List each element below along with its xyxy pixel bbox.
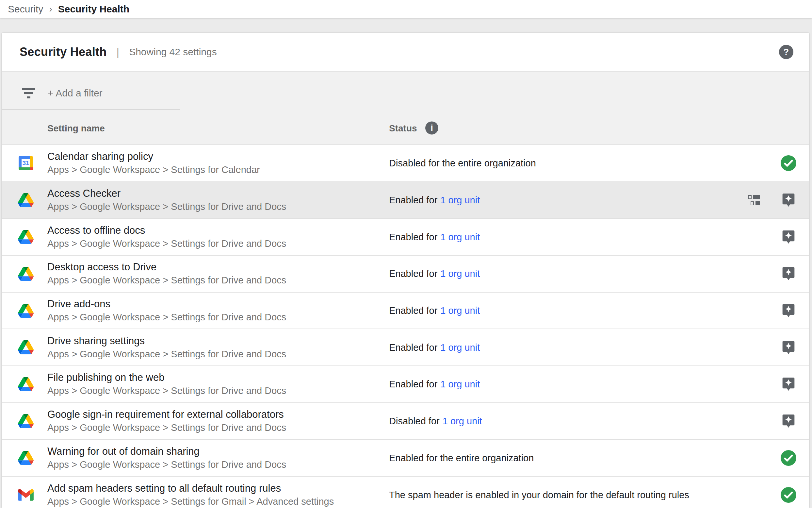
setting-path: Apps > Google Workspace > Settings for D… [47,384,286,397]
breadcrumb-current-page: Security Health [58,4,129,15]
org-unit-link[interactable]: 1 org unit [440,195,480,205]
setting-title[interactable]: Drive add-ons [47,297,286,310]
table-row[interactable]: 31 Drive sharing settings App [2,329,809,366]
setting-path: Apps > Google Workspace > Settings for D… [47,310,286,324]
setting-path: Apps > Google Workspace > Settings for G… [47,495,334,508]
recommendation-flag-icon[interactable] [782,303,795,318]
status-cell: Enabled for the entire organization [389,453,534,463]
breadcrumb: Security › Security Health [0,0,812,18]
google-drive-icon [18,230,34,244]
settings-table-body: 31 Calendar sharing policy Ap [2,145,809,508]
setting-cell: Calendar sharing policy Apps > Google Wo… [47,150,260,176]
table-row[interactable]: 31 Warning for out of domain sharin [2,440,809,477]
table-row[interactable]: 31 Google sign-in requirement for e [2,403,809,440]
recommendation-flag-icon[interactable] [782,230,795,244]
card-header: Security Health | Showing 42 settings ? [2,33,809,71]
recommendation-flag-icon[interactable] [782,414,795,428]
google-drive-icon [18,193,34,207]
app-icon-slot: 31 [18,155,34,171]
setting-title[interactable]: Warning for out of domain sharing [47,445,286,458]
settings-count: Showing 42 settings [129,46,217,57]
setting-title[interactable]: Desktop access to Drive [47,260,286,273]
breadcrumb-security-link[interactable]: Security [8,4,43,15]
recommendation-flag-icon[interactable] [782,377,795,391]
setting-title[interactable]: Google sign-in requirement for external … [47,408,286,421]
add-filter-button[interactable]: + Add a filter [48,88,103,99]
google-drive-icon [18,304,34,318]
success-check-icon [780,487,797,503]
status-cell: Enabled for1 org unit [389,305,480,316]
setting-path: Apps > Google Workspace > Settings for D… [47,237,286,250]
org-unit-link[interactable]: 1 org unit [440,342,480,352]
setting-path: Apps > Google Workspace > Settings for D… [47,273,286,287]
org-unit-link[interactable]: 1 org unit [440,268,480,279]
status-text: Enabled for the entire organization [389,453,534,463]
table-row[interactable]: 31 Drive add-ons Apps > Googl [2,293,809,330]
recommendation-flag-icon[interactable] [782,266,795,281]
status-text: Enabled for [389,195,437,205]
status-info-icon[interactable]: i [425,121,438,134]
table-row[interactable]: 31 Calendar sharing policy Ap [2,145,809,182]
status-badge-slot [782,266,795,281]
app-icon-slot: 31 [18,192,34,208]
table-row[interactable]: 31 Desktop access to Drive Ap [2,256,809,293]
success-check-icon [780,450,797,466]
status-column-header: Status [389,123,417,134]
app-icon-slot: 31 [18,303,34,319]
setting-path: Apps > Google Workspace > Settings for C… [47,163,260,176]
filter-icon[interactable] [22,88,35,98]
setting-title[interactable]: Drive sharing settings [47,334,286,347]
google-drive-icon [18,377,34,391]
table-row[interactable]: 31 Access to offline docs App [2,219,809,256]
status-text: Enabled for [389,342,437,352]
setting-title[interactable]: Add spam headers setting to all default … [47,482,334,495]
status-cell: Enabled for1 org unit [389,195,480,206]
status-cell: Disabled for1 org unit [389,416,482,427]
table-row[interactable]: 31 Access Checker Apps > Goog [2,182,809,219]
org-unit-indicator-slot [748,195,760,205]
setting-cell: Drive sharing settings Apps > Google Wor… [47,334,286,361]
org-unit-link[interactable]: 1 org unit [442,416,482,426]
setting-name-column-header: Setting name [47,123,105,134]
column-header: Setting name Status i [2,110,809,145]
setting-cell: Add spam headers setting to all default … [47,482,334,508]
google-drive-icon [18,267,34,281]
status-cell: Disabled for the entire organization [389,158,536,169]
breadcrumb-chevron-icon: › [49,4,52,14]
calendar-day-label: 31 [22,160,29,167]
status-text: Enabled for [389,305,437,316]
app-icon-slot: 31 [18,266,34,282]
setting-cell: Drive add-ons Apps > Google Workspace > … [47,297,286,324]
status-text: Enabled for [389,231,437,242]
setting-title[interactable]: File publishing on the web [47,371,286,384]
table-row[interactable]: 31 File publishing on the web [2,366,809,403]
status-cell: Enabled for1 org unit [389,231,480,242]
setting-title[interactable]: Access Checker [47,187,286,200]
recommendation-flag-icon[interactable] [782,193,795,207]
help-icon[interactable]: ? [779,45,794,59]
status-badge-slot [782,230,795,244]
org-unit-link[interactable]: 1 org unit [440,231,480,242]
org-unit-link[interactable]: 1 org unit [440,379,480,389]
status-text: The spam header is enabled in your domai… [389,490,689,500]
status-badge-slot [780,155,797,171]
recommendation-flag-icon[interactable] [782,340,795,355]
org-unit-tree-icon [748,195,760,205]
setting-title[interactable]: Access to offline docs [47,224,286,237]
table-row[interactable]: 31 Add spam headers setting to all [2,477,809,508]
app-icon-slot: 31 [18,487,34,503]
setting-cell: Google sign-in requirement for external … [47,408,286,434]
setting-cell: Access to offline docs Apps > Google Wor… [47,224,286,250]
status-cell: Enabled for1 org unit [389,379,480,390]
status-badge-slot [782,414,795,428]
org-unit-link[interactable]: 1 org unit [440,305,480,316]
status-text: Disabled for the entire organization [389,158,536,168]
setting-cell: File publishing on the web Apps > Google… [47,371,286,397]
setting-title[interactable]: Calendar sharing policy [47,150,260,163]
app-icon-slot: 31 [18,450,34,466]
success-check-icon [780,155,797,171]
google-drive-icon [18,340,34,354]
status-cell: The spam header is enabled in your domai… [389,490,689,500]
status-text: Enabled for [389,379,437,389]
app-icon-slot: 31 [18,340,34,355]
